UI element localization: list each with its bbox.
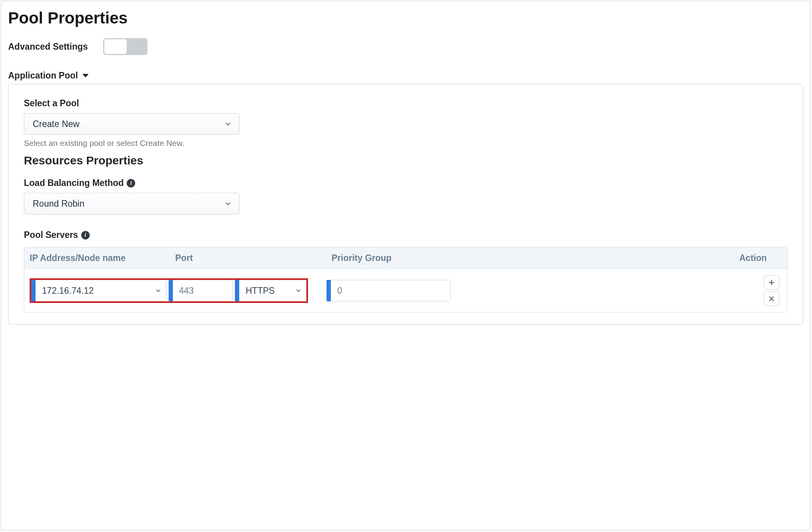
load-balancing-value: Round Robin	[33, 199, 84, 209]
priority-input[interactable]: 0	[331, 280, 451, 301]
pool-servers-label-text: Pool Servers	[24, 230, 78, 240]
plus-icon	[768, 279, 775, 286]
load-balancing-label: Load Balancing Method i	[24, 178, 787, 188]
chevron-down-icon	[295, 287, 302, 294]
col-action-header: Action	[739, 253, 782, 263]
priority-cell: 0	[326, 280, 451, 301]
page-title: Pool Properties	[8, 9, 803, 27]
chevron-down-icon	[154, 287, 162, 294]
table-row: 172.16.74.12 443 HTTPS	[24, 269, 787, 312]
advanced-settings-label: Advanced Settings	[8, 42, 88, 52]
info-icon[interactable]: i	[127, 179, 135, 187]
select-pool-dropdown[interactable]: Create New	[24, 113, 239, 135]
ip-address-value: 172.16.74.12	[42, 286, 94, 296]
pool-servers-table: IP Address/Node name Port Priority Group…	[24, 247, 787, 313]
action-cell	[764, 275, 782, 306]
col-port-header: Port	[175, 253, 331, 263]
toggle-knob	[104, 39, 127, 54]
pool-servers-label: Pool Servers i	[24, 230, 787, 240]
resources-properties-title: Resources Properties	[24, 154, 787, 167]
drag-handle[interactable]	[326, 280, 331, 301]
caret-down-icon	[82, 73, 89, 79]
drag-handle[interactable]	[31, 280, 35, 301]
close-icon	[769, 296, 774, 301]
select-pool-helper: Select an existing pool or select Create…	[24, 139, 787, 148]
col-ip-header: IP Address/Node name	[30, 253, 175, 263]
col-priority-header: Priority Group	[331, 253, 739, 263]
table-header-row: IP Address/Node name Port Priority Group…	[24, 248, 787, 269]
advanced-settings-row: Advanced Settings	[8, 38, 803, 55]
application-pool-panel: Select a Pool Create New Select an exist…	[8, 84, 803, 325]
info-icon[interactable]: i	[81, 231, 90, 239]
select-pool-label: Select a Pool	[24, 98, 787, 109]
ip-address-input[interactable]: 172.16.74.12	[35, 280, 166, 301]
priority-value: 0	[337, 286, 342, 296]
protocol-select[interactable]: HTTPS	[239, 280, 306, 301]
chevron-down-icon	[224, 120, 232, 128]
load-balancing-dropdown[interactable]: Round Robin	[24, 193, 239, 214]
drag-handle[interactable]	[235, 280, 239, 301]
highlighted-inputs: 172.16.74.12 443 HTTPS	[30, 278, 308, 303]
application-pool-title: Application Pool	[8, 70, 78, 81]
load-balancing-label-text: Load Balancing Method	[24, 178, 124, 188]
add-row-button[interactable]	[764, 275, 779, 290]
chevron-down-icon	[224, 199, 232, 208]
pool-properties-panel: Pool Properties Advanced Settings Applic…	[1, 1, 810, 530]
remove-row-button[interactable]	[764, 291, 779, 306]
port-input[interactable]: 443	[173, 280, 233, 301]
drag-handle[interactable]	[169, 280, 173, 301]
port-value: 443	[179, 286, 194, 296]
application-pool-header[interactable]: Application Pool	[8, 70, 89, 81]
select-pool-value: Create New	[33, 119, 79, 129]
advanced-settings-toggle[interactable]	[103, 38, 147, 55]
protocol-value: HTTPS	[246, 286, 275, 296]
